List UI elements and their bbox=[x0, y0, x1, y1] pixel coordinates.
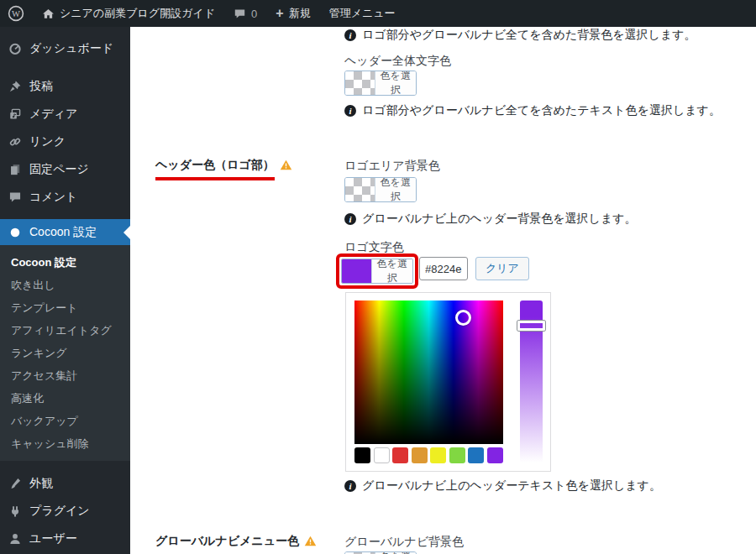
sidebar-item-label: リンク bbox=[29, 134, 66, 149]
site-name: シニアの副業ブログ開設ガイド bbox=[60, 6, 215, 21]
submenu-item-cache-delete[interactable]: キャッシュ削除 bbox=[0, 432, 130, 455]
comments-count: 0 bbox=[251, 8, 257, 20]
submenu-item-ranking[interactable]: ランキング bbox=[0, 342, 130, 364]
warning-icon bbox=[304, 535, 317, 550]
submenu-item-speech-bubble[interactable]: 吹き出し bbox=[0, 274, 130, 296]
transparent-swatch bbox=[345, 178, 375, 201]
sidebar-item-label: ユーザー bbox=[29, 531, 77, 546]
sidebar-item-plugins[interactable]: プラグイン bbox=[0, 497, 130, 525]
lightness-strip[interactable] bbox=[520, 301, 543, 463]
sidebar-item-label: コメント bbox=[29, 190, 77, 205]
palette-swatch[interactable] bbox=[374, 447, 390, 463]
sidebar-item-label: 固定ページ bbox=[29, 162, 89, 177]
sidebar-item-label: 投稿 bbox=[29, 79, 53, 94]
submenu-item-access-stats[interactable]: アクセス集計 bbox=[0, 364, 130, 387]
header-overall-text-color-label: ヘッダー全体文字色 bbox=[344, 54, 451, 69]
palette-swatch[interactable] bbox=[392, 447, 408, 463]
sidebar-item-users[interactable]: ユーザー bbox=[0, 525, 130, 552]
sidebar-item-cocoon-settings[interactable]: Cocoon 設定 bbox=[0, 219, 130, 245]
color-picker-marker[interactable] bbox=[455, 310, 471, 326]
wordpress-admin-page: W シニアの副業ブログ開設ガイド 0 + 新規 管理メニュー ダッシュボード bbox=[0, 0, 756, 554]
section-title-text: ヘッダー色（ロゴ部） bbox=[155, 158, 275, 180]
info-header-text: i ロゴ部分やグローバルナビ全てを含めたテキスト色を選択します。 bbox=[344, 103, 721, 118]
info-icon: i bbox=[344, 480, 356, 492]
media-icon bbox=[8, 107, 22, 121]
submenu-item-template[interactable]: テンプレート bbox=[0, 296, 130, 319]
plug-icon bbox=[8, 504, 22, 518]
info-logo-area-bg: i グローバルナビ上のヘッダー背景色を選択します。 bbox=[344, 212, 637, 227]
sidebar-item-label: ダッシュボード bbox=[29, 41, 113, 56]
submenu-item-backup[interactable]: バックアップ bbox=[0, 410, 130, 432]
sidebar-item-dashboard[interactable]: ダッシュボード bbox=[0, 34, 130, 62]
logo-area-bg-label: ロゴエリア背景色 bbox=[344, 159, 440, 174]
submenu-item-cocoon-settings[interactable]: Cocoon 設定 bbox=[0, 251, 130, 274]
sidebar-item-label: 外観 bbox=[29, 476, 53, 491]
link-icon bbox=[8, 134, 22, 149]
color-picker-square[interactable] bbox=[354, 301, 503, 444]
hex-color-input[interactable] bbox=[419, 257, 468, 280]
clear-button[interactable]: クリア bbox=[475, 257, 529, 280]
svg-text:W: W bbox=[12, 9, 20, 18]
section-header-nav-color: グローバルナビメニュー色 bbox=[155, 534, 317, 550]
admin-sidebar: ダッシュボード 投稿 メディア リンク 固定ページ bbox=[0, 27, 130, 554]
transparent-swatch bbox=[345, 71, 375, 95]
sidebar-item-comments[interactable]: コメント bbox=[0, 183, 130, 211]
sidebar-item-appearance[interactable]: 外観 bbox=[0, 469, 130, 497]
color-picker bbox=[345, 292, 551, 472]
submenu-item-speed-up[interactable]: 高速化 bbox=[0, 387, 130, 410]
info-icon: i bbox=[344, 105, 356, 117]
info-header-bg: i ロゴ部分やグローバルナビ全てを含めた背景色を選択します。 bbox=[344, 28, 696, 43]
logo-text-color-select-button[interactable]: 色を選択 bbox=[341, 259, 413, 284]
palette-swatch[interactable] bbox=[487, 447, 503, 463]
comment-icon bbox=[234, 8, 246, 20]
section-header-logo-color: ヘッダー色（ロゴ部） bbox=[155, 158, 292, 180]
palette-swatch[interactable] bbox=[468, 447, 484, 463]
section-title-text: グローバルナビメニュー色 bbox=[155, 534, 299, 549]
palette-swatch[interactable] bbox=[412, 447, 428, 463]
admin-menu-label: 管理メニュー bbox=[329, 6, 396, 21]
home-icon bbox=[42, 8, 55, 20]
palette-row bbox=[354, 447, 503, 463]
cocoon-submenu: Cocoon 設定 吹き出し テンプレート アフィリエイトタグ ランキング アク… bbox=[0, 245, 130, 461]
dashboard-icon bbox=[8, 41, 22, 55]
sidebar-item-posts[interactable]: 投稿 bbox=[0, 72, 130, 100]
info-icon: i bbox=[344, 29, 356, 41]
selected-color-swatch bbox=[342, 259, 371, 283]
info-icon: i bbox=[344, 213, 356, 225]
comment-icon bbox=[8, 190, 22, 204]
sidebar-item-pages[interactable]: 固定ページ bbox=[0, 155, 130, 183]
pushpin-icon bbox=[8, 79, 22, 93]
logo-area-bg-select-button[interactable]: 色を選択 bbox=[344, 177, 417, 202]
warning-icon bbox=[280, 159, 292, 174]
palette-swatch[interactable] bbox=[449, 447, 465, 463]
user-icon bbox=[8, 531, 22, 546]
settings-content: i ロゴ部分やグローバルナビ全てを含めた背景色を選択します。 ヘッダー全体文字色… bbox=[130, 0, 756, 554]
new-label: 新規 bbox=[289, 6, 311, 21]
admin-bar: W シニアの副業ブログ開設ガイド 0 + 新規 管理メニュー bbox=[0, 0, 756, 27]
cocoon-icon bbox=[8, 225, 22, 239]
sidebar-item-media[interactable]: メディア bbox=[0, 100, 130, 128]
admin-bar-comments[interactable]: 0 bbox=[224, 0, 266, 27]
plus-icon: + bbox=[276, 7, 283, 20]
nav-bg-label: グローバルナビ背景色 bbox=[344, 535, 464, 550]
red-annotation-box: 色を選択 bbox=[336, 253, 418, 289]
site-name-link[interactable]: シニアの副業ブログ開設ガイド bbox=[33, 0, 224, 27]
submenu-item-affiliate-tag[interactable]: アフィリエイトタグ bbox=[0, 319, 130, 342]
pages-icon bbox=[8, 162, 22, 176]
sidebar-item-label: Cocoon 設定 bbox=[29, 225, 97, 240]
palette-swatch[interactable] bbox=[354, 447, 370, 463]
strip-handle[interactable] bbox=[517, 321, 545, 331]
sidebar-item-label: メディア bbox=[29, 107, 77, 122]
header-text-color-select-button[interactable]: 色を選択 bbox=[344, 71, 417, 96]
wordpress-logo-icon[interactable]: W bbox=[0, 0, 33, 27]
paintbrush-icon bbox=[8, 476, 22, 490]
sidebar-item-label: プラグイン bbox=[29, 504, 90, 519]
sidebar-item-links[interactable]: リンク bbox=[0, 128, 130, 155]
admin-bar-admin-menu[interactable]: 管理メニュー bbox=[320, 0, 405, 27]
info-logo-text-color: i グローバルナビ上のヘッダーテキスト色を選択します。 bbox=[344, 478, 661, 494]
admin-bar-new-button[interactable]: + 新規 bbox=[266, 0, 319, 27]
palette-swatch[interactable] bbox=[430, 447, 446, 463]
